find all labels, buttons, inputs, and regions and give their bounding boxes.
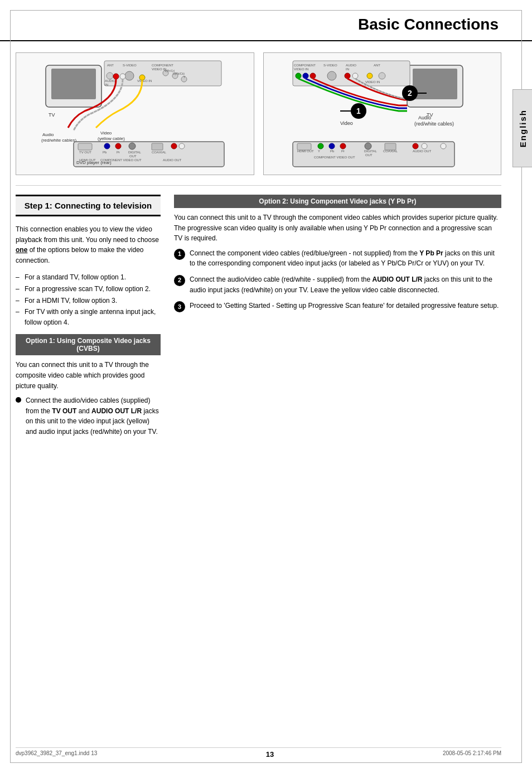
svg-point-54 bbox=[296, 73, 301, 79]
svg-text:DIGITAL: DIGITAL bbox=[364, 149, 378, 153]
footer-date: 2008-05-05 2:17:46 PM bbox=[443, 750, 501, 758]
svg-point-58 bbox=[345, 73, 350, 79]
svg-text:Pb: Pb bbox=[103, 151, 107, 154]
svg-point-55 bbox=[303, 73, 308, 79]
svg-text:COMPONENT VIDEO OUT: COMPONENT VIDEO OUT bbox=[100, 158, 142, 162]
svg-text:COMPONENT VIDEO OUT: COMPONENT VIDEO OUT bbox=[314, 156, 355, 159]
svg-text:Pb: Pb bbox=[330, 149, 335, 153]
svg-point-18 bbox=[113, 74, 119, 79]
svg-point-43 bbox=[179, 143, 185, 149]
svg-rect-28 bbox=[78, 143, 92, 150]
svg-point-19 bbox=[120, 74, 125, 79]
svg-point-21 bbox=[139, 75, 145, 80]
svg-text:1: 1 bbox=[356, 107, 361, 115]
svg-text:HDMI OUT: HDMI OUT bbox=[79, 158, 96, 162]
svg-text:VIDEO IN: VIDEO IN bbox=[137, 79, 152, 83]
svg-point-56 bbox=[310, 73, 316, 79]
svg-text:COAXIAL: COAXIAL bbox=[383, 149, 398, 153]
svg-point-79 bbox=[340, 143, 346, 149]
svg-text:S-VIDEO: S-VIDEO bbox=[123, 64, 137, 67]
diagram-component: TV COMPONENT VIDEO IN S-VIDEO AUDIO IN A… bbox=[263, 52, 502, 175]
svg-text:Pr: Pr bbox=[341, 149, 345, 153]
svg-rect-1 bbox=[51, 69, 96, 99]
svg-point-59 bbox=[352, 73, 358, 79]
svg-point-8 bbox=[107, 73, 113, 79]
page-footer: dvp3962_3982_37_eng1.indd 13 13 2008-05-… bbox=[16, 747, 501, 758]
diagram-composite: TV ANT S-VIDEO COMPONENT VIDEO IN V(Pr/C… bbox=[16, 52, 254, 175]
svg-point-9 bbox=[125, 71, 134, 80]
svg-text:AUDIO OUT: AUDIO OUT bbox=[413, 149, 432, 153]
svg-text:IN: IN bbox=[105, 83, 108, 86]
step1-list-item: For a HDMI TV, follow option 3. bbox=[16, 296, 161, 306]
svg-text:ANT: ANT bbox=[107, 64, 114, 67]
svg-text:TV: TV bbox=[49, 112, 55, 118]
svg-point-82 bbox=[365, 143, 371, 149]
svg-point-60 bbox=[367, 73, 373, 79]
svg-text:Audio: Audio bbox=[42, 132, 54, 137]
svg-rect-45 bbox=[413, 69, 457, 99]
svg-text:(red/white cables): (red/white cables) bbox=[41, 138, 76, 143]
svg-text:Y: Y bbox=[318, 149, 320, 153]
svg-text:COMPONENT: COMPONENT bbox=[294, 64, 316, 67]
svg-point-77 bbox=[329, 143, 335, 149]
svg-point-90 bbox=[441, 143, 446, 149]
svg-point-40 bbox=[115, 143, 121, 149]
step1-list-item: For TV with only a single antenna input … bbox=[16, 307, 161, 327]
svg-text:Audio: Audio bbox=[418, 115, 431, 120]
svg-point-32 bbox=[129, 143, 136, 149]
language-tab: English bbox=[512, 89, 532, 167]
svg-text:IN: IN bbox=[346, 67, 349, 71]
svg-rect-72 bbox=[293, 142, 454, 167]
diagram-composite-image: TV ANT S-VIDEO COMPONENT VIDEO IN V(Pr/C… bbox=[16, 53, 254, 175]
page-number: 13 bbox=[266, 750, 274, 758]
diagram-component-image: TV COMPONENT VIDEO IN S-VIDEO AUDIO IN A… bbox=[264, 53, 501, 175]
svg-point-42 bbox=[171, 143, 177, 149]
svg-text:VIDEO IN: VIDEO IN bbox=[365, 80, 380, 84]
svg-text:OUT: OUT bbox=[365, 153, 373, 157]
svg-text:ANT: ANT bbox=[374, 64, 380, 67]
svg-text:2: 2 bbox=[408, 89, 412, 98]
svg-point-57 bbox=[327, 71, 336, 80]
svg-point-30 bbox=[104, 143, 110, 149]
step1-list-item: For a progressive scan TV, follow option… bbox=[16, 284, 161, 294]
svg-point-87 bbox=[413, 143, 418, 149]
svg-point-62 bbox=[379, 73, 385, 79]
svg-text:DIGITAL: DIGITAL bbox=[128, 151, 142, 154]
svg-text:COMPONENT: COMPONENT bbox=[152, 64, 173, 67]
language-label: English bbox=[518, 109, 528, 147]
svg-text:(red/white cables): (red/white cables) bbox=[414, 121, 454, 127]
svg-text:AUDIO: AUDIO bbox=[105, 79, 115, 83]
svg-rect-35 bbox=[152, 143, 163, 150]
svg-text:Pr: Pr bbox=[117, 151, 120, 154]
svg-text:VIDEO IN: VIDEO IN bbox=[294, 67, 308, 71]
svg-point-88 bbox=[422, 143, 427, 149]
svg-text:AUDIO OUT: AUDIO OUT bbox=[163, 158, 182, 162]
svg-text:AUDIO: AUDIO bbox=[346, 64, 356, 67]
svg-text:OUT: OUT bbox=[129, 154, 137, 158]
svg-text:COAXIAL: COAXIAL bbox=[152, 151, 167, 154]
step1-list-item: For a standard TV, follow option 1. bbox=[16, 272, 161, 283]
svg-text:(yellow cable): (yellow cable) bbox=[98, 136, 125, 141]
step1-list: For a standard TV, follow option 1. For … bbox=[16, 272, 161, 327]
footer-filename: dvp3962_3982_37_eng1.indd 13 bbox=[16, 750, 97, 758]
svg-text:S-VIDEO: S-VIDEO bbox=[323, 64, 337, 67]
svg-text:HDMI OUT: HDMI OUT bbox=[297, 149, 314, 153]
svg-text:Video: Video bbox=[340, 120, 353, 126]
svg-text:U(Pb/Cb): U(Pb/Cb) bbox=[173, 72, 185, 75]
svg-point-75 bbox=[318, 143, 323, 149]
svg-text:TV OUT: TV OUT bbox=[79, 151, 91, 154]
svg-text:Video: Video bbox=[100, 131, 112, 136]
